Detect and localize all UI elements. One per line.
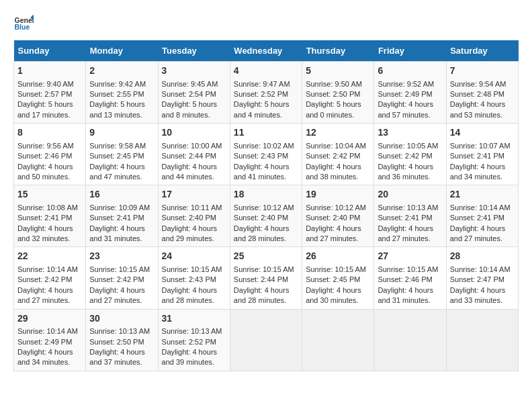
day-info-line: and 27 minutes. [17, 295, 82, 306]
day-info-line: Sunrise: 9:42 AM [89, 79, 154, 89]
day-info-line: Sunset: 2:52 PM [234, 89, 298, 99]
day-info-line: Daylight: 4 hours [89, 347, 154, 357]
day-info-line: Daylight: 4 hours [378, 224, 442, 234]
day-info-line: Sunrise: 10:14 AM [450, 203, 515, 213]
day-info-line: Sunset: 2:42 PM [89, 275, 154, 285]
day-info-line: Daylight: 4 hours [234, 224, 298, 234]
day-number: 29 [17, 312, 82, 326]
day-number: 11 [234, 126, 298, 140]
day-info-line: Sunset: 2:45 PM [306, 275, 370, 285]
page-header: General Blue [13, 13, 519, 34]
day-info-line: and 38 minutes. [306, 172, 370, 182]
day-number: 21 [450, 188, 515, 201]
day-cell: 29Sunrise: 10:14 AMSunset: 2:49 PMDaylig… [14, 309, 86, 371]
week-row-3: 15Sunrise: 10:08 AMSunset: 2:41 PMDaylig… [14, 185, 519, 247]
day-info-line: Sunset: 2:48 PM [450, 89, 515, 99]
day-number: 26 [306, 250, 370, 263]
day-info-line: Daylight: 4 hours [17, 224, 82, 234]
day-info-line: Sunset: 2:40 PM [234, 213, 298, 223]
day-info-line: Sunset: 2:49 PM [17, 337, 82, 347]
day-info-line: and 37 minutes. [89, 357, 154, 367]
day-info-line: Sunrise: 9:52 AM [378, 79, 442, 89]
day-info-line: Sunset: 2:57 PM [17, 89, 82, 99]
day-cell: 6Sunrise: 9:52 AMSunset: 2:49 PMDaylight… [374, 62, 446, 124]
day-cell: 23Sunrise: 10:15 AMSunset: 2:42 PMDaylig… [86, 247, 158, 309]
calendar-table: SundayMondayTuesdayWednesdayThursdayFrid… [13, 40, 519, 371]
day-number: 30 [89, 312, 154, 326]
day-cell [230, 309, 302, 371]
day-number: 23 [89, 250, 154, 263]
day-info-line: Daylight: 4 hours [306, 162, 370, 172]
day-info-line: Sunset: 2:41 PM [450, 151, 515, 161]
day-number: 18 [234, 188, 298, 201]
weekday-friday: Friday [374, 40, 446, 62]
day-info-line: Daylight: 4 hours [450, 162, 515, 172]
day-cell: 31Sunrise: 10:13 AMSunset: 2:52 PMDaylig… [158, 309, 230, 371]
day-info-line: Sunrise: 10:14 AM [450, 265, 515, 275]
day-info-line: and 32 minutes. [17, 234, 82, 244]
day-info-line: Sunrise: 10:15 AM [162, 265, 226, 275]
day-info-line: and 27 minutes. [378, 234, 442, 244]
day-cell: 18Sunrise: 10:12 AMSunset: 2:40 PMDaylig… [230, 185, 302, 247]
day-info-line: Daylight: 4 hours [17, 162, 82, 172]
day-info-line: Sunrise: 10:08 AM [17, 203, 82, 213]
day-number: 28 [450, 250, 515, 263]
day-info-line: Sunrise: 10:15 AM [89, 265, 154, 275]
day-cell: 21Sunrise: 10:14 AMSunset: 2:41 PMDaylig… [446, 185, 518, 247]
day-info-line: and 28 minutes. [234, 234, 298, 244]
day-info-line: Sunset: 2:40 PM [306, 213, 370, 223]
week-row-1: 1Sunrise: 9:40 AMSunset: 2:57 PMDaylight… [14, 62, 519, 124]
day-info-line: and 36 minutes. [378, 172, 442, 182]
day-info-line: Daylight: 4 hours [162, 224, 226, 234]
day-cell: 17Sunrise: 10:11 AMSunset: 2:40 PMDaylig… [158, 185, 230, 247]
day-info-line: and 31 minutes. [378, 295, 442, 306]
day-info-line: Daylight: 5 hours [306, 99, 370, 109]
day-info-line: and 8 minutes. [162, 110, 226, 120]
day-cell: 25Sunrise: 10:15 AMSunset: 2:44 PMDaylig… [230, 247, 302, 309]
day-cell: 1Sunrise: 9:40 AMSunset: 2:57 PMDaylight… [14, 62, 86, 124]
day-info-line: Sunset: 2:55 PM [89, 89, 154, 99]
day-info-line: Sunset: 2:47 PM [450, 275, 515, 285]
day-number: 14 [450, 126, 515, 140]
day-info-line: Daylight: 4 hours [378, 99, 442, 109]
day-info-line: Sunrise: 10:12 AM [306, 203, 370, 213]
day-info-line: Sunrise: 9:47 AM [234, 79, 298, 89]
weekday-saturday: Saturday [446, 40, 518, 62]
day-info-line: Sunrise: 9:45 AM [162, 79, 226, 89]
day-cell [374, 309, 446, 371]
day-info-line: and 29 minutes. [162, 234, 226, 244]
day-info-line: and 27 minutes. [89, 295, 154, 306]
day-info-line: Daylight: 4 hours [234, 285, 298, 295]
weekday-thursday: Thursday [302, 40, 374, 62]
day-info-line: Daylight: 4 hours [89, 162, 154, 172]
day-info-line: Sunset: 2:45 PM [89, 151, 154, 161]
day-info-line: Sunset: 2:42 PM [378, 151, 442, 161]
day-number: 13 [378, 126, 442, 140]
week-row-4: 22Sunrise: 10:14 AMSunset: 2:42 PMDaylig… [14, 247, 519, 309]
svg-text:Blue: Blue [15, 23, 30, 31]
day-info-line: Sunset: 2:41 PM [378, 213, 442, 223]
day-number: 20 [378, 188, 442, 201]
day-cell: 15Sunrise: 10:08 AMSunset: 2:41 PMDaylig… [14, 185, 86, 247]
day-info-line: and 28 minutes. [234, 295, 298, 306]
day-cell: 10Sunrise: 10:00 AMSunset: 2:44 PMDaylig… [158, 124, 230, 185]
day-info-line: and 17 minutes. [17, 110, 82, 120]
day-number: 3 [162, 64, 226, 78]
day-number: 2 [89, 64, 154, 78]
day-info-line: Daylight: 4 hours [162, 347, 226, 357]
day-info-line: Sunrise: 9:56 AM [17, 141, 82, 151]
day-info-line: Daylight: 4 hours [450, 99, 515, 109]
weekday-wednesday: Wednesday [230, 40, 302, 62]
day-info-line: Sunrise: 10:12 AM [234, 203, 298, 213]
day-info-line: Sunrise: 10:15 AM [378, 265, 442, 275]
day-info-line: Daylight: 4 hours [17, 285, 82, 295]
day-cell: 9Sunrise: 9:58 AMSunset: 2:45 PMDaylight… [86, 124, 158, 185]
day-info-line: Daylight: 4 hours [162, 162, 226, 172]
day-number: 6 [378, 64, 442, 78]
day-info-line: Daylight: 4 hours [450, 224, 515, 234]
day-info-line: Sunrise: 10:11 AM [162, 203, 226, 213]
day-info-line: and 30 minutes. [306, 295, 370, 306]
day-info-line: and 39 minutes. [162, 357, 226, 367]
day-number: 7 [450, 64, 515, 78]
day-info-line: Daylight: 4 hours [306, 224, 370, 234]
